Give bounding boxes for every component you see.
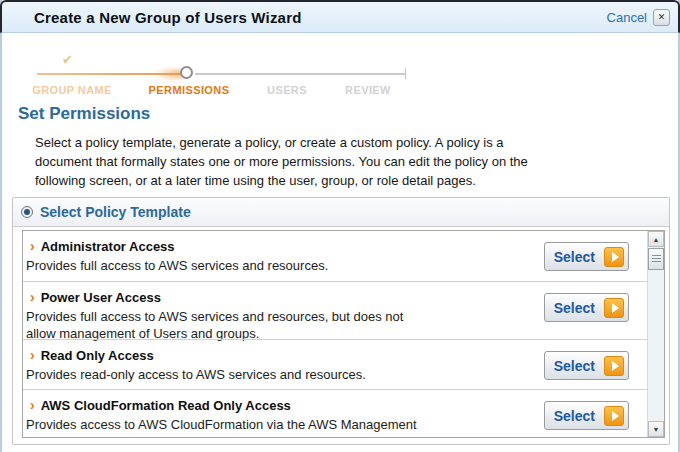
create-group-wizard-dialog: Create a New Group of Users Wizard Cance… — [0, 0, 680, 452]
template-description: Provides access to AWS CloudFormation vi… — [26, 416, 496, 437]
chevron-right-icon: › — [30, 239, 35, 253]
select-arrow-icon — [604, 298, 624, 318]
policy-template-section: Select Policy Template › Administrator A… — [12, 197, 670, 445]
list-item-read-only-access: › Read Only Access Provides read-only ac… — [23, 339, 647, 389]
scroll-up-icon: ▲ — [653, 236, 660, 243]
step-label-review: REVIEW — [328, 84, 408, 96]
close-button[interactable]: ✕ — [653, 9, 670, 26]
template-title: Administrator Access — [41, 239, 175, 254]
policy-section-header: Select Policy Template — [13, 198, 669, 227]
step-label-permissions: PERMISSIONS — [139, 84, 239, 96]
current-step-marker — [180, 66, 193, 79]
template-description: Provides read-only access to AWS service… — [26, 366, 496, 383]
select-button-label: Select — [554, 249, 595, 265]
template-title: Read Only Access — [41, 348, 154, 363]
policy-section-label: Select Policy Template — [40, 204, 191, 220]
list-item-administrator-access: › Administrator Access Provides full acc… — [23, 231, 647, 281]
progress-track-remaining — [195, 73, 406, 75]
page-title: Set Permissions — [18, 104, 150, 124]
scroll-down-button[interactable]: ▼ — [648, 421, 664, 437]
cancel-link[interactable]: Cancel — [607, 10, 647, 25]
template-description: Provides full access to AWS services and… — [26, 257, 496, 274]
scroll-down-icon: ▼ — [653, 426, 660, 433]
intro-text: Select a policy template, generate a pol… — [35, 133, 645, 190]
policy-template-list: › Administrator Access Provides full acc… — [22, 230, 665, 438]
chevron-right-icon: › — [30, 290, 35, 304]
select-policy-template-radio[interactable] — [21, 206, 33, 218]
scrollbar-thumb[interactable] — [648, 248, 664, 270]
scrollbar-grip-icon — [652, 255, 661, 264]
progress-track-end-tick — [405, 68, 406, 79]
select-button[interactable]: Select — [544, 293, 629, 322]
dialog-title: Create a New Group of Users Wizard — [34, 9, 302, 26]
chevron-right-icon: › — [30, 398, 35, 412]
select-button[interactable]: Select — [544, 351, 629, 380]
chevron-right-icon: › — [30, 348, 35, 362]
select-button[interactable]: Select — [544, 401, 629, 430]
template-title: AWS CloudFormation Read Only Access — [41, 398, 291, 413]
select-arrow-icon — [604, 356, 624, 376]
step-label-group-name: GROUP NAME — [22, 84, 122, 96]
radio-selected-dot — [24, 209, 30, 215]
step-label-users: USERS — [247, 84, 327, 96]
dialog-titlebar: Create a New Group of Users Wizard Cance… — [0, 0, 680, 33]
template-title: Power User Access — [41, 290, 161, 305]
select-button-label: Select — [554, 358, 595, 374]
close-icon: ✕ — [658, 12, 666, 22]
select-arrow-icon — [604, 247, 624, 267]
list-item-power-user-access: › Power User Access Provides full access… — [23, 281, 647, 339]
select-button-label: Select — [554, 408, 595, 424]
policy-template-list-content: › Administrator Access Provides full acc… — [23, 231, 647, 437]
select-button[interactable]: Select — [544, 242, 629, 271]
list-scrollbar[interactable]: ▲ ▼ — [647, 231, 664, 437]
list-item-cloudformation-read-only-access: › AWS CloudFormation Read Only Access Pr… — [23, 389, 647, 437]
select-arrow-icon — [604, 406, 624, 426]
scroll-up-button[interactable]: ▲ — [648, 231, 664, 247]
template-description: Provides full access to AWS services and… — [26, 308, 496, 342]
step-complete-check-icon: ✔ — [62, 52, 73, 67]
select-button-label: Select — [554, 300, 595, 316]
